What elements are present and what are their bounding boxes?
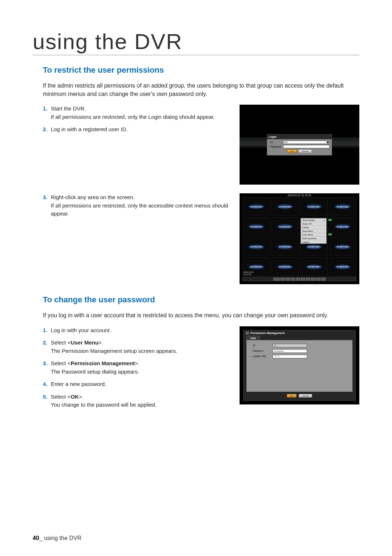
context-timestamp-bottom: 2010-01-01 01:10:25 xyxy=(243,271,254,276)
context-menu: Scene Mode NG Audio Off Freeze Stop Alar… xyxy=(301,218,327,244)
login-password-input[interactable] xyxy=(283,145,330,148)
tab-user[interactable]: User xyxy=(246,336,260,340)
camera-cell[interactable]: SAMSUNG xyxy=(271,197,299,216)
samsung-logo: SAMSUNG xyxy=(248,265,264,269)
samsung-logo: SAMSUNG xyxy=(335,224,351,229)
launcher-button[interactable] xyxy=(306,278,310,281)
camera-cell[interactable]: SAMSUNG xyxy=(329,217,356,236)
perm-id-label: · ID xyxy=(252,344,273,347)
launcher-button[interactable] xyxy=(311,278,315,281)
login-ok-button[interactable]: OK xyxy=(287,149,297,153)
screenshot-context-menu: 2010-01-01 01:10:25 SAMSUNG SAMSUNG SAMS… xyxy=(240,193,359,284)
launcher-button[interactable] xyxy=(316,278,320,281)
camera-grid: SAMSUNG SAMSUNG SAMSUNG SAMSUNG SAMSUNG … xyxy=(242,197,356,276)
camera-cell[interactable]: SAMSUNG xyxy=(242,237,270,256)
section1-step3: 3. Right-click any area on the screen. I… xyxy=(43,193,232,218)
section1-step3-row: 3. Right-click any area on the screen. I… xyxy=(43,193,359,284)
section2-step5: 5. Select <OK>. You change to the passwo… xyxy=(43,393,232,409)
section1-step1: 1. Start the DVR. If all permissions are… xyxy=(43,105,232,121)
context-menu-item[interactable]: Logout xyxy=(301,240,326,243)
step-number: 1. xyxy=(43,105,48,113)
section2-steps-row: 1. Log in with your account. 2. Select <… xyxy=(43,326,359,414)
launcher-bar xyxy=(242,277,356,281)
perm-password-label: · Password xyxy=(252,350,273,352)
camera-cell[interactable]: SAMSUNG xyxy=(300,197,328,216)
step-text: Enter a new password. xyxy=(51,381,106,387)
permission-body: · ID abc · Password ●●●●●●●● · Confirm P… xyxy=(246,340,352,392)
footer-sep: _ xyxy=(39,535,44,541)
camera-cell[interactable]: SAMSUNG xyxy=(271,237,299,256)
context-timestamp-top: 2010-01-01 01:10:25 xyxy=(288,194,311,197)
ng-badge: NG xyxy=(328,233,332,235)
section1-step2: 2. Log in with a registered user ID. xyxy=(43,125,232,134)
section1-steps-1-2-row: 1. Start the DVR. If all permissions are… xyxy=(43,105,359,185)
step-bold: Permission Management xyxy=(71,360,135,366)
step-number: 5. xyxy=(43,393,48,401)
step-after: The Password setup dialog appears. xyxy=(51,368,139,375)
step-pre: Select < xyxy=(51,394,71,400)
step-number: 2. xyxy=(43,339,48,347)
context-menu-item[interactable]: Stop Alarm xyxy=(301,229,326,233)
camera-cell[interactable]: SAMSUNG xyxy=(271,217,299,236)
context-menu-item[interactable]: Freeze xyxy=(301,226,326,229)
section1-title: To restrict the user permissions xyxy=(43,65,359,75)
perm-password-field[interactable]: ●●●●●●●● xyxy=(273,349,307,353)
camera-cell[interactable]: SAMSUNG xyxy=(242,197,270,216)
context-menu-item[interactable]: User Menu NG xyxy=(301,233,326,237)
login-cancel-button[interactable]: Cancel xyxy=(298,149,312,153)
perm-id-field: abc xyxy=(273,344,307,347)
screenshot-permission-management: Permission Management User · ID abc · Pa… xyxy=(240,326,359,404)
launcher-button[interactable] xyxy=(273,278,280,281)
samsung-logo: SAMSUNG xyxy=(277,204,293,209)
launcher-button[interactable] xyxy=(321,278,326,281)
launcher-button[interactable] xyxy=(296,278,300,281)
step-text-line1: Right-click any area on the screen. xyxy=(51,194,135,200)
login-window: Login · ID abc · Password OK Cancel xyxy=(267,134,332,156)
samsung-logo: SAMSUNG xyxy=(277,224,293,229)
section2-intro: If you log in with a user account that i… xyxy=(43,311,359,319)
camera-cell[interactable]: SAMSUNG xyxy=(300,257,328,276)
step-text-line2: If all permissions are restricted, only … xyxy=(51,202,228,217)
step-number: 1. xyxy=(43,326,48,335)
step-text-line1: Log in with a registered user ID. xyxy=(51,126,128,132)
samsung-logo: SAMSUNG xyxy=(277,245,293,249)
launcher-button[interactable] xyxy=(291,278,295,281)
perm-confirm-field[interactable]: ******** xyxy=(273,355,307,358)
context-menu-item[interactable]: Hide Launcher xyxy=(301,237,326,240)
launcher-button[interactable] xyxy=(286,278,290,281)
step-number: 4. xyxy=(43,380,48,388)
camera-cell[interactable]: SAMSUNG xyxy=(329,197,356,216)
section1-intro: If the admin restricts all permissions o… xyxy=(43,81,359,98)
section2-title: To change the user password xyxy=(43,295,359,305)
camera-cell[interactable]: SAMSUNG xyxy=(329,257,356,276)
login-id-dropdown[interactable]: abc xyxy=(283,141,330,144)
camera-cell[interactable]: SAMSUNG 2010-01-01 01:10:25 xyxy=(242,257,270,276)
perm-ok-button[interactable]: OK xyxy=(287,394,297,398)
context-menu-item[interactable]: Scene Mode NG xyxy=(301,218,326,222)
samsung-logo: SAMSUNG xyxy=(335,204,351,209)
footer-label: using the DVR xyxy=(44,535,81,541)
camera-cell[interactable]: SAMSUNG xyxy=(242,217,270,236)
perm-confirm-label: · Confirm P/W xyxy=(252,355,273,358)
camera-cell[interactable]: SAMSUNG xyxy=(271,257,299,276)
login-password-label: · Password xyxy=(269,145,283,148)
samsung-logo: SAMSUNG xyxy=(306,265,322,269)
launcher-button[interactable] xyxy=(281,278,285,281)
step-text-line1: Start the DVR. xyxy=(51,105,86,112)
samsung-logo: SAMSUNG xyxy=(306,245,322,249)
section2-step3: 3. Select <Permission Management>. The P… xyxy=(43,359,232,376)
ng-badge: NG xyxy=(328,219,332,221)
page-main-title: using the DVR xyxy=(33,29,359,55)
samsung-logo: SAMSUNG xyxy=(248,224,264,229)
camera-cell[interactable]: SAMSUNG xyxy=(329,237,356,256)
perm-cancel-button[interactable]: Cancel xyxy=(299,394,312,398)
page-footer: 40_ using the DVR xyxy=(33,535,81,541)
step-after: The Permission Management setup screen a… xyxy=(51,348,177,354)
section2-step1: 1. Log in with your account. xyxy=(43,326,232,335)
step-number: 3. xyxy=(43,359,48,368)
login-title: Login xyxy=(267,134,332,139)
samsung-logo: SAMSUNG xyxy=(248,245,264,249)
permission-window: Permission Management User · ID abc · Pa… xyxy=(243,330,356,401)
context-menu-item[interactable]: Audio Off xyxy=(301,222,326,226)
launcher-button[interactable] xyxy=(301,278,305,281)
